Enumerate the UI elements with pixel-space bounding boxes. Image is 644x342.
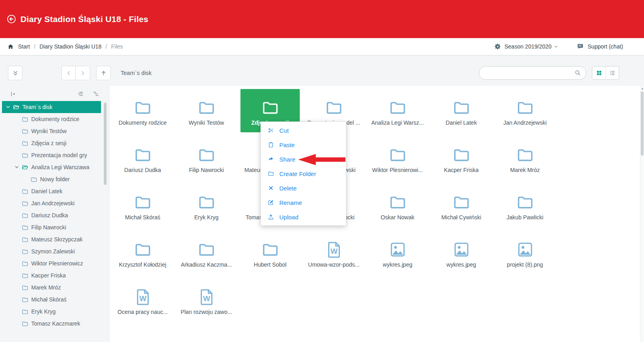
- folder-icon: [516, 190, 534, 211]
- tile-label: Dokumenty rodzice: [119, 119, 167, 126]
- tree-item-label: Mateusz Skrzypczak: [31, 236, 83, 243]
- file-tile-wykres-jpeg[interactable]: wykres.jpeg: [432, 231, 491, 274]
- tree-item-zdj-cia-z-sesji[interactable]: Zdjęcia z sesji: [2, 137, 101, 149]
- tree-item-dokumenty-rodzice[interactable]: Dokumenty rodzice: [2, 113, 101, 125]
- tree-item-prezentacja-model-gry[interactable]: Prezentacja model gry: [2, 149, 101, 161]
- tree-item-label: Tomasz Kaczmarek: [31, 320, 80, 327]
- folder-tile-krzysztof-ko-odziej[interactable]: Krzysztof Kołodziej: [113, 231, 172, 274]
- current-location-label: Team`s disk: [121, 70, 151, 76]
- sidebar-scrollbar[interactable]: [104, 103, 107, 327]
- tree-item-micha-sk-ra[interactable]: Michał Skóraś: [2, 293, 101, 306]
- back-button[interactable]: [61, 66, 76, 80]
- folder-tile-jakub-pawlicki[interactable]: Jakub Pawlicki: [495, 184, 555, 227]
- tree-item-label: Michał Skóraś: [31, 296, 67, 303]
- folder-icon: [22, 116, 31, 123]
- tile-label: Analiza Legi Warsz...: [371, 119, 424, 126]
- folder-tile-jan-andrzejewski[interactable]: Jan Andrzejewski: [495, 89, 555, 132]
- file-tile-projekt-8-png[interactable]: projekt (8).png: [495, 231, 555, 274]
- tree-expand-all-icon[interactable]: [93, 91, 99, 97]
- folder-tile-daniel-latek[interactable]: Daniel Latek: [432, 89, 491, 132]
- tree-item-marek-mr-z[interactable]: Marek Mróz: [2, 281, 101, 293]
- tree-item-eryk-kryg[interactable]: Eryk Kryg: [2, 306, 101, 318]
- folder-icon: [452, 96, 470, 117]
- search-icon[interactable]: [574, 69, 581, 77]
- svg-text:W: W: [330, 247, 337, 255]
- file-tile-umowa-wzor-pods[interactable]: WUmowa-wzor-pods...: [304, 231, 363, 274]
- chat-icon[interactable]: [577, 43, 584, 50]
- file-tile-wykres-jpeg[interactable]: wykres.jpeg: [368, 231, 427, 274]
- chevron-down-icon[interactable]: [14, 165, 22, 170]
- folder-icon: [22, 248, 31, 255]
- tree-item-label: Dariusz Dudka: [31, 212, 68, 219]
- context-menu-item-delete[interactable]: Delete: [261, 181, 346, 195]
- breadcrumb-team[interactable]: Diary Stadion Śląski U18: [39, 43, 101, 50]
- context-menu-item-upload[interactable]: Upload: [261, 210, 346, 224]
- folder-tile-micha-sk-ra[interactable]: Michał Skóraś: [113, 184, 172, 227]
- chevron-down-icon[interactable]: [6, 105, 13, 109]
- search-input[interactable]: [479, 66, 586, 80]
- tree-item-tomasz-kaczmarek[interactable]: Tomasz Kaczmarek: [2, 318, 101, 330]
- folder-tile-kacper-friska[interactable]: Kacper Friska: [432, 136, 491, 180]
- tree-item-wiktor-plesnierowicz[interactable]: Wiktor Plesnierowicz: [2, 257, 101, 269]
- upload-icon: [267, 214, 274, 221]
- gear-icon[interactable]: [494, 43, 501, 50]
- app-window: Diary Stadion Śląski U18 - Files Start /…: [0, 0, 644, 342]
- context-menu-item-share[interactable]: Share: [261, 152, 346, 166]
- folder-tile-dokumenty-rodzice[interactable]: Dokumenty rodzice: [113, 89, 172, 132]
- folder-tile-micha-cywi-ski[interactable]: Michał Cywiński: [432, 184, 491, 227]
- tree-collapse-all-icon[interactable]: [77, 91, 84, 97]
- folder-tile-oskar-nowak[interactable]: Oskar Nowak: [368, 184, 427, 227]
- tree-item-analiza-legi-warszawa[interactable]: Analiza Legi Warszawa: [2, 161, 101, 173]
- folder-tile-analiza-legi-warsz[interactable]: Analiza Legi Warsz...: [368, 89, 427, 132]
- context-menu-item-paste[interactable]: Paste: [261, 138, 346, 152]
- tree-item-jan-andrzejewski[interactable]: Jan Andrzejewski: [2, 197, 101, 209]
- collapse-sidebar-icon[interactable]: [10, 91, 16, 97]
- support-link[interactable]: Support (chat): [587, 43, 623, 50]
- tree-item-label: Analiza Legi Warszawa: [31, 164, 89, 170]
- tree-item-team-s-disk[interactable]: Team`s disk: [2, 101, 101, 113]
- context-menu-item-create-folder[interactable]: Create Folder: [261, 166, 346, 181]
- main-scrollbar-thumb[interactable]: [641, 91, 644, 156]
- grid-view-button[interactable]: [592, 67, 606, 79]
- chevron-down-icon[interactable]: [554, 45, 558, 49]
- tree-item-label: Jan Andrzejewski: [31, 200, 75, 206]
- tree-item-wyniki-test-w[interactable]: Wyniki Testów: [2, 125, 101, 137]
- file-tile-plan-rozwoju-zawo[interactable]: WPlan rozwoju zawo...: [177, 278, 236, 322]
- list-view-button[interactable]: [606, 67, 619, 79]
- tree-item-nowy-folder[interactable]: Nowy folder: [2, 173, 101, 185]
- main-scrollbar[interactable]: ▲: [640, 86, 644, 342]
- folder-tile-filip-nawrocki[interactable]: Filip Nawrocki: [177, 136, 236, 180]
- word-document-icon: W: [325, 238, 343, 259]
- scrollbar-up-arrow[interactable]: ▲: [641, 87, 644, 90]
- tree-item-daniel-latek[interactable]: Daniel Latek: [2, 185, 101, 197]
- tree-item-kacper-friska[interactable]: Kacper Friska: [2, 269, 101, 281]
- expand-toolbar-button[interactable]: [8, 66, 22, 80]
- history-nav-group: [61, 66, 90, 80]
- file-tile-ocena-pracy-nauc[interactable]: WOcena pracy nauc...: [113, 278, 172, 322]
- folder-tile-eryk-kryg[interactable]: Eryk Kryg: [177, 184, 236, 227]
- season-selector[interactable]: Season 2019/2020: [505, 43, 552, 50]
- sidebar-scrollbar-thumb[interactable]: [104, 103, 107, 185]
- tree-item-label: Prezentacja model gry: [31, 152, 87, 158]
- folder-tile-arkadiusz-kaczma[interactable]: Arkadiusz Kaczma...: [177, 231, 236, 274]
- tile-label: Wiktor Plesnierowi...: [372, 167, 423, 173]
- folder-tile-wiktor-plesnierowi[interactable]: Wiktor Plesnierowi...: [368, 136, 427, 180]
- folder-tile-marek-mr-z[interactable]: Marek Mróz: [495, 136, 555, 180]
- breadcrumb-start[interactable]: Start: [18, 43, 30, 50]
- forward-button[interactable]: [76, 66, 90, 80]
- folder-tile-wyniki-test-w[interactable]: Wyniki Testów: [177, 89, 236, 132]
- context-menu-item-cut[interactable]: Cut: [261, 123, 346, 138]
- home-icon[interactable]: [7, 43, 14, 50]
- tree-item-label: Eryk Kryg: [31, 308, 56, 315]
- folder-tile-hubert-sobol[interactable]: Hubert Sobol: [240, 231, 300, 274]
- breadcrumb-separator: /: [105, 43, 107, 50]
- tree-item-szymon-zalewski[interactable]: Szymon Zalewski: [2, 245, 101, 257]
- context-menu-item-rename[interactable]: Rename: [261, 195, 346, 210]
- tree-item-dariusz-dudka[interactable]: Dariusz Dudka: [2, 209, 101, 221]
- up-directory-button[interactable]: [96, 66, 111, 80]
- folder-tile-dariusz-dudka[interactable]: Dariusz Dudka: [113, 136, 172, 180]
- tree-item-filip-nawrocki[interactable]: Filip Nawrocki: [2, 221, 101, 233]
- tree-item-mateusz-skrzypczak[interactable]: Mateusz Skrzypczak: [2, 233, 101, 245]
- share-icon: [267, 156, 274, 163]
- back-circle-icon[interactable]: [6, 14, 16, 24]
